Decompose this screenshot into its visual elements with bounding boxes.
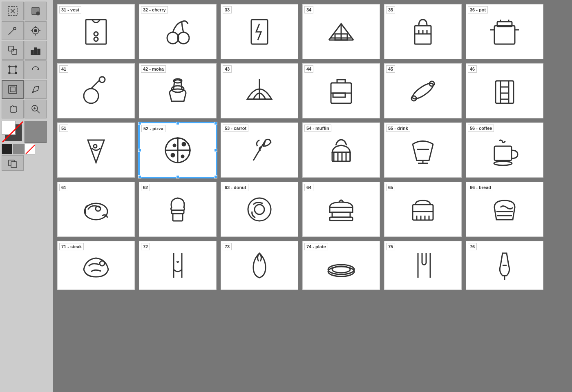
- handle-ml: [138, 149, 141, 152]
- hand-tool[interactable]: [2, 100, 24, 118]
- icon-cell-43[interactable]: 43: [221, 63, 298, 118]
- icon-grid: 31 - vest 32 - cherry: [53, 4, 572, 294]
- chart-tool[interactable]: [25, 41, 47, 60]
- select-region-tool[interactable]: [2, 2, 24, 20]
- fill-tool[interactable]: [25, 2, 47, 20]
- icon-label-64: 64: [304, 184, 313, 191]
- icon-label-73: 73: [223, 243, 232, 250]
- icon-cell-32[interactable]: 32 - cherry: [139, 4, 217, 59]
- svg-rect-14: [9, 46, 13, 51]
- svg-point-6: [13, 27, 16, 30]
- icon-label-35: 35: [386, 6, 395, 13]
- icon-cell-51[interactable]: 51: [57, 122, 135, 178]
- swatch-slash[interactable]: [25, 144, 35, 154]
- icon-cell-76[interactable]: 76: [466, 241, 543, 290]
- svg-rect-95: [413, 205, 433, 220]
- icon-cell-73[interactable]: 73: [221, 241, 298, 290]
- rotate-tool[interactable]: [25, 60, 47, 79]
- svg-line-29: [37, 110, 40, 113]
- icon-row-3: 51 52 - pizza: [57, 122, 568, 178]
- icon-cell-63[interactable]: 63 - donut: [221, 182, 298, 237]
- icon-cell-44[interactable]: 44: [302, 63, 380, 118]
- icon-cell-45[interactable]: 45: [384, 63, 462, 118]
- icon-cell-53[interactable]: 53 - carrot: [221, 122, 298, 178]
- icon-cell-71[interactable]: 71 - steak: [57, 241, 135, 290]
- icon-label-54: 54 - muffin: [304, 125, 331, 132]
- icon-cell-46[interactable]: 46: [466, 63, 543, 118]
- icon-cell-62[interactable]: 62: [139, 182, 217, 237]
- eyedropper-tool[interactable]: [2, 21, 24, 40]
- select-color-tool[interactable]: [25, 21, 47, 40]
- duplicate-tool[interactable]: [2, 155, 24, 171]
- svg-point-4: [36, 12, 40, 15]
- svg-rect-20: [9, 67, 16, 73]
- icon-cell-36[interactable]: 36 - pot: [466, 4, 543, 59]
- icon-label-44: 44: [304, 65, 313, 73]
- icon-cell-31[interactable]: 31 - vest: [57, 4, 135, 59]
- icon-label-76: 76: [468, 243, 477, 250]
- handle-mr: [214, 149, 217, 152]
- icon-label-46: 46: [468, 65, 477, 73]
- icon-cell-33[interactable]: 33: [221, 4, 298, 59]
- icon-cell-41[interactable]: 41: [57, 63, 135, 118]
- icon-label-45: 45: [386, 65, 395, 73]
- icon-label-65: 65: [386, 184, 395, 191]
- svg-rect-15: [12, 49, 17, 54]
- zoom-tool[interactable]: [25, 100, 47, 118]
- icon-cell-42[interactable]: 42 - moka: [139, 63, 217, 118]
- icon-cell-75[interactable]: 75: [384, 241, 462, 290]
- icon-label-72: 72: [141, 243, 150, 250]
- icon-row-5: 71 - steak 72 73: [57, 241, 568, 290]
- icon-cell-55[interactable]: 55 - drink: [384, 122, 462, 178]
- handle-tr: [214, 122, 217, 125]
- swatch-dark[interactable]: [2, 144, 12, 154]
- icon-cell-74[interactable]: 74 - plate: [302, 241, 380, 290]
- icon-label-61: 61: [59, 184, 68, 191]
- icon-label-62: 62: [141, 184, 150, 191]
- crop-tool[interactable]: [2, 60, 24, 79]
- icon-cell-66[interactable]: 66 - bread: [466, 182, 543, 237]
- icon-cell-65[interactable]: 65: [384, 182, 462, 237]
- toolbar-extras: [2, 155, 51, 171]
- svg-line-7: [9, 33, 10, 35]
- svg-point-9: [34, 29, 37, 32]
- svg-point-39: [167, 32, 179, 44]
- icon-label-75: 75: [386, 243, 395, 250]
- pen-tool[interactable]: [25, 80, 47, 99]
- icon-label-71: 71 - steak: [59, 243, 84, 250]
- handle-bm: [176, 175, 179, 178]
- svg-point-85: [494, 161, 512, 165]
- transform-tool[interactable]: [2, 80, 24, 99]
- icon-cell-52[interactable]: 52 - pizza: [139, 122, 217, 178]
- svg-rect-84: [494, 146, 512, 160]
- icon-cell-56[interactable]: 56 - coffee: [466, 122, 543, 178]
- svg-point-38: [94, 37, 98, 41]
- svg-rect-80: [332, 152, 350, 161]
- svg-point-91: [255, 205, 264, 214]
- icon-cell-61[interactable]: 61: [57, 182, 135, 237]
- handle-bl: [138, 175, 141, 178]
- icon-label-66: 66 - bread: [468, 184, 493, 191]
- icon-label-41: 41: [59, 65, 68, 73]
- svg-point-65: [411, 80, 436, 101]
- svg-point-90: [248, 198, 271, 221]
- icon-cell-72[interactable]: 72: [139, 241, 217, 290]
- icon-cell-64[interactable]: 64: [302, 182, 380, 237]
- icon-cell-34[interactable]: 34: [302, 4, 380, 59]
- icon-label-63: 63 - donut: [223, 184, 248, 191]
- icon-cell-54[interactable]: 54 - muffin: [302, 122, 380, 178]
- icon-label-74: 74 - plate: [304, 243, 328, 250]
- color-squares: [2, 121, 51, 143]
- svg-rect-89: [173, 214, 183, 221]
- svg-point-57: [99, 77, 105, 82]
- svg-point-99: [100, 261, 105, 266]
- icon-cell-35[interactable]: 35: [384, 4, 462, 59]
- svg-point-21: [9, 66, 10, 67]
- color-area: [2, 121, 51, 171]
- group-select-tool[interactable]: [2, 41, 24, 60]
- svg-rect-94: [330, 217, 353, 220]
- swatch-mid[interactable]: [13, 144, 24, 154]
- color-swatches: [2, 144, 51, 154]
- svg-point-74: [94, 145, 97, 148]
- icon-label-42: 42 - moka: [141, 65, 166, 73]
